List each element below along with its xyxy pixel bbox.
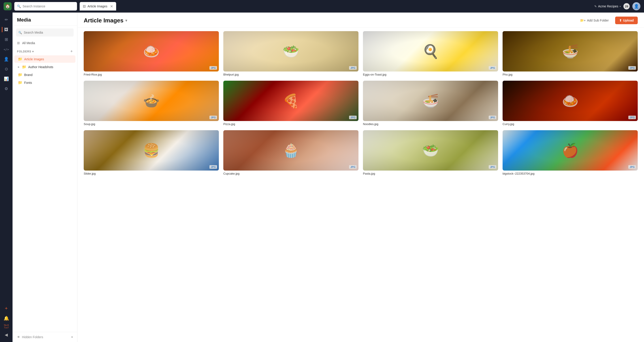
add-subfolder-button[interactable]: 📁+ Add Sub Folder (576, 17, 612, 24)
topbar-right: ✎ Acme Recipes ▾ 29 👤 (594, 2, 640, 10)
image-card[interactable]: 🥗JPGPasta.jpg (363, 130, 498, 175)
add-subfolder-label: Add Sub Folder (587, 19, 609, 22)
target-icon: ⊙ (5, 67, 8, 72)
upload-button[interactable]: ⬆ Upload (615, 17, 638, 24)
image-thumbnail: 🍕JPG (223, 81, 358, 121)
image-format-badge: JPG (489, 66, 496, 70)
image-card[interactable]: 🍳JPGEggs-on-Toast.jpg (363, 31, 498, 76)
sidebar-item-contacts[interactable]: 👤 (2, 55, 11, 64)
hidden-folders-section[interactable]: 👁 Hidden Folders ▾ (12, 332, 77, 342)
image-card[interactable]: 🍲JPGSoup.jpg (84, 81, 219, 126)
image-format-badge: JPG (628, 165, 636, 169)
image-card[interactable]: 🍜JPGPho.jpg (502, 31, 638, 76)
collapse-icon: ◀ (5, 332, 8, 337)
notification-bell-icon: 🔔 (4, 315, 9, 321)
article-images-tab[interactable]: 🖼 Article Images ✕ (80, 2, 116, 11)
image-grid: 🍛JPGFried-Rice.jpg🥗JPGBhelpuri.jpg🍳JPGEg… (78, 28, 644, 342)
food-emoji-decoration: 🧁 (282, 142, 300, 158)
image-thumbnail: 🍛JPG (502, 81, 638, 121)
image-filename: Soup.jpg (84, 122, 219, 126)
tab-label: Article Images (88, 5, 108, 8)
database-icon: ⊞ (5, 37, 8, 42)
all-media-icon: ⊞ (17, 41, 20, 45)
image-card[interactable]: 🍜JPGNoodles.jpg (363, 81, 498, 126)
image-format-badge: JPG (210, 66, 217, 70)
image-format-badge: JPG (489, 165, 496, 169)
media-search-input[interactable] (24, 31, 72, 34)
media-search-box[interactable]: 🔍 (16, 29, 74, 37)
image-format-badge: JPG (349, 165, 357, 169)
instance-selector[interactable]: ✎ Acme Recipes ▾ (594, 5, 621, 8)
content-actions: 📁+ Add Sub Folder ⬆ Upload (576, 17, 638, 24)
sidebar-item-code[interactable]: </> (2, 45, 11, 54)
sidebar-item-notification[interactable]: 🔔 (2, 314, 11, 323)
notification-badge[interactable]: 29 (624, 3, 630, 10)
image-thumbnail: 🍛JPG (84, 31, 219, 72)
sidebar-item-add[interactable]: + (2, 304, 11, 313)
sidebar-item-settings[interactable]: ⚙ (2, 84, 11, 93)
media-title: Media (12, 13, 77, 26)
image-thumbnail: 🥗JPG (363, 130, 498, 170)
sidebar-item-target[interactable]: ⊙ (2, 65, 11, 74)
image-filename: Fried-Rice.jpg (84, 73, 219, 76)
tab-close-button[interactable]: ✕ (110, 4, 113, 9)
chevron-down-icon: ▾ (620, 5, 621, 8)
folder-icon-article-images: 📁 (18, 57, 22, 61)
image-format-badge: JPG (210, 116, 217, 119)
image-format-badge: JPG (210, 165, 217, 169)
image-card[interactable]: 🧁JPGCupcake.jpg (223, 130, 358, 175)
food-emoji-decoration: 🥗 (282, 44, 300, 59)
food-emoji-decoration: 🍜 (562, 44, 579, 59)
sidebar-item-media[interactable]: 🖼 (2, 25, 11, 34)
food-emoji-decoration: 🍎 (562, 142, 579, 158)
food-emoji-decoration: 🍳 (422, 44, 439, 59)
contacts-icon: 👤 (4, 57, 9, 62)
image-card[interactable]: 🥗JPGBhelpuri.jpg (223, 31, 358, 76)
image-card[interactable]: 🍛JPGFried-Rice.jpg (84, 31, 219, 76)
image-card[interactable]: 🍛JPGCurry.jpg (502, 81, 638, 126)
folders-chevron-icon: ▾ (32, 50, 34, 53)
main-layout: ✏ 🖼 ⊞ </> 👤 ⊙ 📊 ⚙ + 🔔 5 (0, 13, 644, 342)
instance-search[interactable]: 🔍 (14, 2, 77, 11)
folder-item-author-headshots[interactable]: ▶ 📁 Author Headshots (14, 63, 76, 71)
tab-image-icon: 🖼 (83, 5, 86, 8)
avatar-image: 👤 (634, 4, 639, 9)
sidebar-bottom: + 🔔 5bc0 7ie7 ◀ (0, 304, 12, 339)
image-thumbnail: 🍔JPG (84, 130, 219, 170)
image-filename: Bhelpuri.jpg (223, 73, 358, 76)
image-thumbnail: 🍎JPG (502, 130, 638, 170)
content-title[interactable]: Article Images ▾ (84, 17, 127, 24)
all-media-item[interactable]: ⊞ All Media (12, 39, 77, 47)
search-input[interactable] (22, 5, 74, 8)
image-filename: Curry.jpg (502, 122, 638, 126)
folder-expand-icon: ▶ (18, 66, 20, 68)
image-filename: Noodles.jpg (363, 122, 498, 126)
logo[interactable]: 🏠 (4, 2, 12, 10)
food-emoji-decoration: 🍛 (562, 93, 579, 109)
content-header: Article Images ▾ 📁+ Add Sub Folder ⬆ Upl… (78, 13, 644, 28)
folder-item-fonts[interactable]: 📁 Fonts (14, 79, 76, 86)
image-filename: Cupcake.jpg (223, 172, 358, 175)
media-image-icon: 🖼 (4, 27, 8, 32)
folders-text: FOLDERS (17, 50, 31, 53)
food-emoji-decoration: 🍛 (143, 44, 160, 59)
sidebar-item-edit[interactable]: ✏ (2, 15, 11, 24)
edit-icon: ✎ (594, 5, 597, 8)
food-emoji-decoration: 🍔 (143, 142, 160, 158)
add-subfolder-icon: 📁+ (580, 19, 586, 22)
folder-name-brand: Brand (24, 73, 32, 77)
folders-label[interactable]: FOLDERS ▾ (17, 50, 34, 53)
image-card[interactable]: 🍎JPGbigstock--222353704.jpg (502, 130, 638, 175)
user-avatar[interactable]: 👤 (632, 2, 640, 10)
folder-item-article-images[interactable]: 📁 Article Images (14, 55, 76, 63)
sidebar-item-database[interactable]: ⊞ (2, 35, 11, 44)
image-format-badge: JPG (489, 116, 496, 119)
folder-item-brand[interactable]: 📁 Brand (14, 71, 76, 78)
sidebar-item-chart[interactable]: 📊 (2, 74, 11, 83)
image-card[interactable]: 🍕JPGPizza.jpg (223, 81, 358, 126)
image-filename: Slider.jpg (84, 172, 219, 175)
image-card[interactable]: 🍔JPGSlider.jpg (84, 130, 219, 175)
add-folder-button[interactable]: + (70, 49, 73, 54)
image-format-badge: JPG (628, 66, 636, 70)
sidebar-item-collapse[interactable]: ◀ (2, 330, 11, 339)
